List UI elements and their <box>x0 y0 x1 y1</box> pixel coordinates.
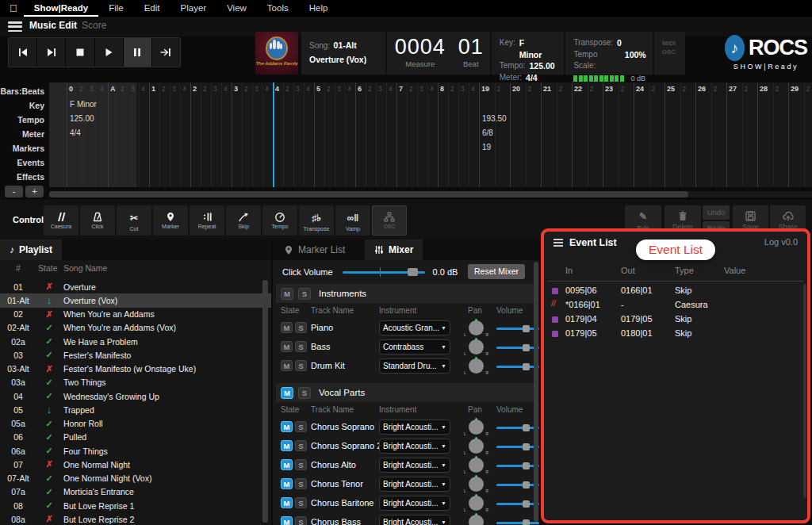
event-row[interactable]: 0179|040179|05Skip <box>544 312 807 327</box>
instrument-select[interactable]: Acoustic Gran...▼ <box>379 320 450 335</box>
skip-to-start-button[interactable] <box>9 38 36 67</box>
pause-button[interactable] <box>124 38 151 67</box>
undo-button[interactable]: Undo <box>703 205 730 220</box>
cut-button[interactable]: ✂Cut <box>117 205 151 236</box>
group-mute-button[interactable]: M <box>281 387 293 399</box>
track-mute-button[interactable]: M <box>281 440 293 451</box>
vamp-button[interactable]: ∞‖Vamp <box>335 205 370 236</box>
playlist-row[interactable]: 02-Alt✓When You're an Addams (Vox) <box>0 321 271 335</box>
volume-slider[interactable] <box>496 443 539 450</box>
volume-slider[interactable] <box>496 363 539 370</box>
instrument-select[interactable]: Standard Dru...▼ <box>379 358 450 374</box>
transpose-button[interactable]: ♯♭Transpose <box>299 205 334 236</box>
track-solo-button[interactable]: S <box>295 459 307 470</box>
caesura-button[interactable]: Caesura <box>44 205 79 236</box>
tab-score[interactable]: Score <box>82 20 106 31</box>
menu-item-view[interactable]: View <box>216 0 257 17</box>
track-mute-button[interactable]: M <box>281 322 293 333</box>
event-row[interactable]: //*0166|01-Caesura <box>544 298 807 312</box>
track-solo-button[interactable]: S <box>295 421 307 432</box>
pan-knob[interactable]: LR <box>469 496 484 511</box>
instrument-select[interactable]: Bright Acousti...▼ <box>379 515 450 525</box>
track-solo-button[interactable]: S <box>295 360 307 371</box>
playlist-row[interactable]: 05a✓Honor Roll <box>0 417 271 431</box>
timeline-scrollbar[interactable] <box>49 191 812 197</box>
group-mute-button[interactable]: M <box>281 288 293 300</box>
instrument-select[interactable]: Bright Acousti...▼ <box>379 420 450 435</box>
playlist-row[interactable]: 04✓Wednesday's Growing Up <box>0 389 271 403</box>
playlist-row[interactable]: 03✓Fester's Manifesto <box>0 348 271 362</box>
pan-knob[interactable]: LR <box>469 515 484 525</box>
volume-thumb[interactable] <box>523 325 530 332</box>
menu-item-player[interactable]: Player <box>170 0 217 17</box>
timeline-scrollbar-thumb[interactable] <box>49 191 688 197</box>
volume-thumb[interactable] <box>523 424 530 431</box>
repeat-button[interactable]: Repeat <box>190 205 224 236</box>
timeline-zoom-in-button[interactable]: + <box>25 186 44 197</box>
volume-thumb[interactable] <box>523 462 530 469</box>
tab-marker-list[interactable]: Marker List <box>274 240 354 260</box>
instrument-select[interactable]: Bright Acousti...▼ <box>379 496 450 511</box>
playlist-row[interactable]: 08✓But Love Reprise 1 <box>0 499 271 512</box>
play-next-button[interactable] <box>37 38 65 67</box>
osc-button[interactable]: OSC <box>372 205 407 236</box>
menu-item-show-ready[interactable]: Show|Ready <box>24 0 98 17</box>
playlist-row[interactable]: 07a✓Morticia's Entrance <box>0 485 271 499</box>
mixer-scrollbar[interactable] <box>534 262 538 522</box>
tab-music-edit[interactable]: Music Edit <box>29 20 77 31</box>
menu-item-tools[interactable]: Tools <box>257 0 299 17</box>
volume-thumb[interactable] <box>523 443 530 450</box>
instrument-select[interactable]: Bright Acousti...▼ <box>379 458 450 473</box>
volume-thumb[interactable] <box>523 481 530 489</box>
volume-slider[interactable] <box>496 519 539 525</box>
volume-thumb[interactable] <box>523 500 530 508</box>
pan-knob[interactable]: LR <box>469 320 484 335</box>
instrument-select[interactable]: Contrabass▼ <box>379 339 450 354</box>
click-button[interactable]: Click <box>80 205 115 236</box>
group-solo-button[interactable]: S <box>298 387 311 399</box>
go-to-end-button[interactable] <box>152 38 180 67</box>
click-volume-slider[interactable] <box>343 266 425 278</box>
pan-knob[interactable]: LR <box>469 458 484 473</box>
track-solo-button[interactable]: S <box>295 478 307 489</box>
tab-mixer[interactable]: Mixer <box>365 240 423 260</box>
pan-knob[interactable]: LR <box>469 477 484 492</box>
hamburger-icon[interactable] <box>8 21 22 32</box>
track-solo-button[interactable]: S <box>295 440 307 451</box>
pan-knob[interactable]: LR <box>469 358 484 374</box>
playlist-row[interactable]: 06✓Pulled <box>0 431 271 444</box>
volume-slider[interactable] <box>496 500 539 507</box>
track-mute-button[interactable]: M <box>281 516 293 525</box>
volume-slider[interactable] <box>496 325 539 331</box>
playlist-tab[interactable]: ♪ Playlist <box>0 240 62 260</box>
track-solo-button[interactable]: S <box>295 497 307 508</box>
playlist-row[interactable]: 02✗When You're an Addams <box>0 308 271 321</box>
track-mute-button[interactable]: M <box>281 341 293 352</box>
playlist-row[interactable]: 03-Alt✗Fester's Manifesto (w Onstage Uke… <box>0 362 271 376</box>
event-list-scrollbar[interactable] <box>803 284 806 498</box>
track-mute-button[interactable]: M <box>281 478 293 489</box>
stop-button[interactable] <box>66 38 94 67</box>
group-solo-button[interactable]: S <box>298 288 311 300</box>
track-mute-button[interactable]: M <box>281 459 293 470</box>
instrument-select[interactable]: Bright Acousti...▼ <box>379 477 450 492</box>
playlist-row[interactable]: 01-Alt↓Overture (Vox) <box>0 293 271 307</box>
volume-slider[interactable] <box>496 424 539 431</box>
track-solo-button[interactable]: S <box>295 322 307 333</box>
pan-knob[interactable]: LR <box>469 420 484 435</box>
tempo-button[interactable]: Tempo <box>262 205 297 236</box>
apple-icon[interactable]:  <box>10 2 17 14</box>
play-button[interactable] <box>95 38 123 67</box>
playlist-row[interactable]: 06a✓Four Things <box>0 444 271 458</box>
reset-mixer-button[interactable]: Reset Mixer <box>468 264 525 279</box>
volume-thumb[interactable] <box>523 363 530 370</box>
volume-slider[interactable] <box>496 344 539 351</box>
playlist-row[interactable]: 07✗One Normal Night <box>0 458 271 471</box>
playlist-row[interactable]: 02a✓We Have a Problem <box>0 335 271 348</box>
pan-knob[interactable]: LR <box>469 439 484 454</box>
playlist-row[interactable]: 08a✗But Love Reprise 2 <box>0 512 271 525</box>
event-row[interactable]: 0179|050180|01Skip <box>544 327 807 341</box>
menu-item-file[interactable]: File <box>98 0 134 17</box>
track-solo-button[interactable]: S <box>295 516 307 525</box>
instrument-select[interactable]: Bright Acousti...▼ <box>379 439 450 454</box>
